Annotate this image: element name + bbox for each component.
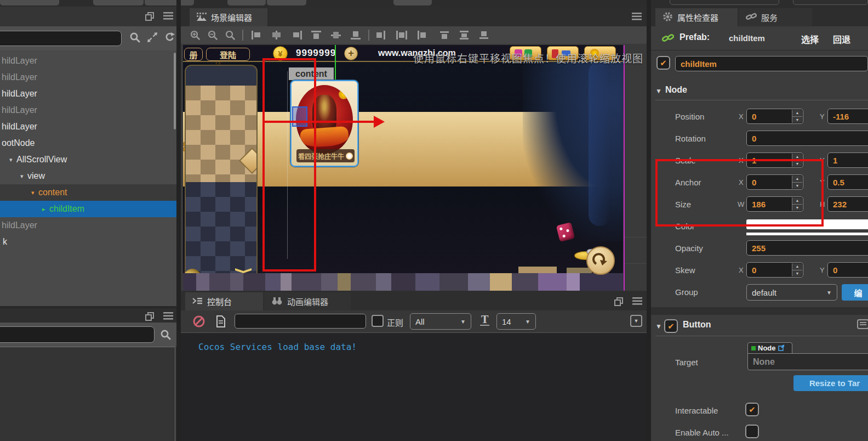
zoom-out-icon[interactable] bbox=[207, 30, 218, 43]
scene-canvas[interactable]: 册 登陆 ¥ 9999999 + www.wangzhi.com bbox=[181, 44, 647, 291]
hierarchy-scrollbar[interactable] bbox=[174, 53, 176, 129]
distribute-right-icon[interactable] bbox=[415, 31, 427, 42]
anchor-y-input[interactable]: 0.5 bbox=[827, 174, 868, 190]
distribute-hcenter-icon[interactable] bbox=[396, 31, 408, 42]
search-icon[interactable] bbox=[160, 329, 171, 342]
tree-item[interactable]: hildLayer bbox=[0, 102, 176, 118]
distribute-left-icon[interactable] bbox=[376, 31, 388, 42]
toolbar-button-fragment[interactable] bbox=[0, 0, 59, 5]
panel-divider[interactable] bbox=[176, 0, 181, 441]
align-bottom-icon[interactable] bbox=[350, 31, 362, 42]
tree-item[interactable]: hildLayer bbox=[0, 118, 176, 135]
panel-popout-icon[interactable] bbox=[145, 312, 155, 324]
distribute-top-icon[interactable] bbox=[438, 31, 450, 42]
tree-item[interactable]: ▾AllScrollView bbox=[0, 151, 176, 168]
expand-all-icon[interactable] bbox=[147, 32, 158, 45]
assets-content[interactable] bbox=[0, 347, 175, 441]
panel-popout-icon[interactable] bbox=[145, 12, 155, 24]
assets-search-input[interactable] bbox=[0, 326, 155, 343]
toolbar-button-fragment[interactable] bbox=[145, 0, 194, 5]
zoom-in-icon[interactable] bbox=[190, 30, 201, 43]
position-y-input[interactable]: -116 bbox=[827, 109, 868, 124]
panel-popout-icon[interactable] bbox=[614, 297, 624, 309]
group-dropdown[interactable]: default▼ bbox=[746, 284, 837, 301]
group-edit-button[interactable]: 编 bbox=[842, 284, 868, 301]
expand-arrow-icon[interactable]: ▾ bbox=[9, 156, 16, 163]
rotation-input[interactable]: 0 bbox=[746, 131, 868, 146]
font-size-dropdown[interactable]: 14▼ bbox=[496, 313, 536, 330]
font-size-icon[interactable]: T bbox=[480, 315, 489, 326]
regex-checkbox[interactable] bbox=[372, 315, 384, 327]
align-right-icon[interactable] bbox=[290, 31, 302, 42]
stepper-control[interactable]: ▲▼ bbox=[792, 263, 802, 276]
tree-item[interactable]: ootNode bbox=[0, 135, 176, 151]
clear-log-icon[interactable] bbox=[193, 315, 205, 330]
collapse-logs-icon[interactable]: ▼ bbox=[630, 315, 642, 327]
tree-item-childitem-selected[interactable]: ▸childItem bbox=[0, 201, 176, 217]
panel-menu-icon[interactable] bbox=[163, 12, 173, 22]
toolbar-button-fragment[interactable] bbox=[670, 0, 779, 5]
button-enabled-checkbox[interactable]: ✔ bbox=[664, 319, 678, 333]
panel-menu-icon[interactable] bbox=[632, 13, 642, 22]
resize-to-target-button[interactable]: Resize to Tar bbox=[793, 375, 868, 391]
tree-item[interactable]: k bbox=[0, 234, 176, 250]
component-help-icon[interactable] bbox=[857, 319, 868, 331]
toolbar-button-fragment[interactable] bbox=[393, 0, 432, 5]
stepper-control[interactable]: ▲▼ bbox=[792, 110, 802, 123]
tree-item[interactable]: hildLayer bbox=[0, 217, 176, 234]
external-link-icon[interactable] bbox=[778, 343, 785, 353]
skew-y-input[interactable]: 0 bbox=[827, 262, 868, 278]
register-button[interactable]: 册 bbox=[184, 48, 203, 61]
prefab-select-button[interactable]: 选择 bbox=[801, 32, 819, 46]
size-h-input[interactable]: 232 bbox=[827, 196, 868, 212]
interactable-checkbox[interactable]: ✔ bbox=[745, 403, 759, 416]
distribute-vcenter-icon[interactable] bbox=[458, 31, 470, 42]
toolbar-button-fragment[interactable] bbox=[93, 0, 144, 5]
console-log-area[interactable]: Cocos Services load base data! bbox=[181, 332, 647, 441]
tree-item[interactable]: ▾view bbox=[0, 168, 176, 184]
scale-y-input[interactable]: 1 bbox=[827, 152, 868, 168]
align-top-icon[interactable] bbox=[310, 31, 322, 42]
log-file-icon[interactable] bbox=[216, 315, 226, 330]
zoom-reset-icon[interactable] bbox=[225, 30, 236, 43]
align-hcenter-icon[interactable] bbox=[271, 31, 283, 42]
toolbar-button-fragment[interactable] bbox=[227, 0, 266, 5]
target-drop-field[interactable]: None bbox=[747, 353, 868, 370]
search-icon[interactable] bbox=[129, 32, 140, 45]
redo-circle-button[interactable] bbox=[586, 246, 615, 275]
panel-divider[interactable] bbox=[647, 0, 651, 441]
distribute-bottom-icon[interactable] bbox=[478, 31, 490, 42]
prefab-revert-button[interactable]: 回退 bbox=[833, 32, 850, 46]
enable-auto-checkbox[interactable] bbox=[745, 425, 759, 438]
tab-scene-editor[interactable]: 场景编辑器 bbox=[190, 8, 267, 26]
opacity-input[interactable]: 255 bbox=[746, 240, 868, 256]
node-section-arrow[interactable]: ▼ bbox=[655, 87, 662, 95]
position-x-input[interactable]: 0 ▲▼ bbox=[746, 109, 803, 124]
tree-item-content[interactable]: ▾content bbox=[0, 184, 176, 201]
tree-item[interactable]: hildLayer bbox=[0, 69, 176, 86]
toolbar-button-fragment[interactable] bbox=[267, 0, 306, 5]
tree-item[interactable]: hildLayer bbox=[0, 86, 176, 102]
node-active-checkbox[interactable]: ✔ bbox=[656, 56, 670, 70]
hierarchy-search-input[interactable] bbox=[0, 31, 122, 46]
expand-arrow-icon[interactable]: ▸ bbox=[42, 206, 49, 213]
panel-menu-icon[interactable] bbox=[632, 297, 642, 307]
expand-arrow-icon[interactable]: ▾ bbox=[31, 189, 38, 196]
log-level-dropdown[interactable]: All▼ bbox=[410, 313, 471, 330]
node-name-input[interactable]: childItem bbox=[675, 56, 868, 71]
console-filter-input[interactable] bbox=[235, 314, 366, 329]
login-button[interactable]: 登陆 bbox=[206, 48, 250, 61]
tab-services[interactable]: 服务 bbox=[739, 8, 812, 26]
recharge-plus-button[interactable]: + bbox=[344, 47, 358, 60]
toolbar-button-fragment[interactable] bbox=[793, 0, 868, 5]
panel-menu-icon[interactable] bbox=[163, 312, 173, 322]
align-vcenter-icon[interactable] bbox=[330, 31, 342, 42]
tree-item[interactable]: hildLayer bbox=[0, 53, 176, 69]
tab-console[interactable]: 控制台 bbox=[185, 292, 263, 310]
tab-property-inspector[interactable]: 属性检查器 bbox=[655, 8, 738, 26]
tab-animation-editor[interactable]: 动画编辑器 bbox=[264, 292, 351, 310]
refresh-icon[interactable] bbox=[164, 32, 175, 45]
expand-arrow-icon[interactable]: ▾ bbox=[20, 173, 27, 180]
skew-x-input[interactable]: 0 ▲▼ bbox=[746, 262, 803, 278]
align-left-icon[interactable] bbox=[251, 31, 263, 42]
